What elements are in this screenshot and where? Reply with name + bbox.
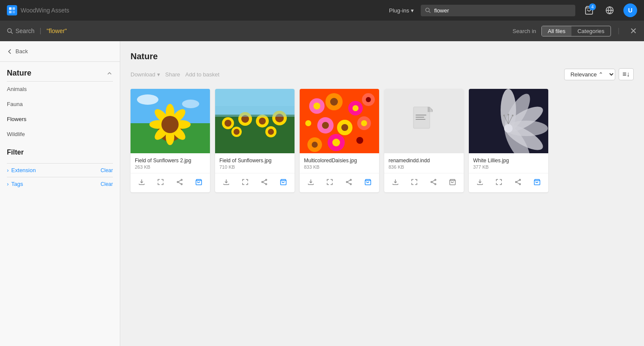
svg-point-104 (507, 114, 509, 115)
file-actions (131, 173, 210, 192)
chevron-up-icon (106, 70, 113, 77)
svg-point-107 (519, 179, 520, 181)
share-file-button[interactable] (513, 177, 523, 189)
file-info: renamedindd.indd 836 KB (384, 153, 464, 170)
file-info: Field of Sunflowers 2.jpg 263 KB (131, 153, 210, 170)
share-file-button[interactable] (175, 177, 185, 189)
svg-rect-3 (12, 11, 15, 13)
svg-point-74 (356, 137, 363, 144)
thumb-image (131, 89, 210, 153)
filter-extension: › Extension Clear (7, 163, 113, 177)
expand-file-button[interactable] (409, 177, 419, 189)
content-area: Nature Download ▾ Share Add to basket Re… (120, 41, 644, 346)
svg-point-34 (225, 120, 231, 127)
top-search-input[interactable] (434, 7, 571, 14)
close-button[interactable]: ✕ (630, 26, 637, 36)
basket-button[interactable]: 4 (582, 3, 596, 17)
svg-rect-86 (416, 119, 425, 120)
sidebar-section-title: Nature (0, 62, 120, 81)
sidebar-item-wildlife[interactable]: Wildlife (0, 127, 120, 142)
svg-point-77 (346, 182, 347, 183)
file-actions (215, 173, 295, 192)
download-file-button[interactable] (475, 177, 485, 189)
top-search-bar[interactable] (421, 5, 575, 16)
svg-point-56 (330, 98, 338, 106)
svg-line-5 (429, 11, 430, 12)
add-basket-button[interactable] (363, 177, 373, 189)
filter-extension-toggle[interactable]: › Extension (7, 167, 36, 173)
globe-button[interactable] (603, 3, 617, 17)
filter-section: Filter › Extension Clear › Tags Clear (0, 142, 120, 197)
globe-icon (605, 6, 614, 15)
svg-point-108 (519, 184, 520, 185)
file-size: 836 KB (389, 164, 459, 170)
svg-point-105 (512, 115, 513, 116)
file-grid: Field of Sunflowers 2.jpg 263 KB (131, 89, 634, 192)
expand-file-button[interactable] (325, 177, 335, 189)
share-file-button[interactable] (428, 177, 439, 189)
download-file-button[interactable] (390, 177, 401, 189)
thumb-image (300, 89, 379, 153)
svg-line-91 (432, 182, 434, 184)
filter-tags-toggle[interactable]: › Tags (7, 181, 23, 187)
svg-rect-45 (215, 106, 295, 117)
basket-count: 4 (589, 3, 596, 10)
sidebar-item-fauna[interactable]: Fauna (0, 97, 120, 112)
add-basket-button[interactable] (447, 177, 458, 189)
filter-tags-clear[interactable]: Clear (100, 181, 113, 187)
logo-text: WoodWing Assets (21, 7, 69, 14)
sort-select[interactable]: Relevance ⌃ (564, 69, 615, 80)
add-basket-button[interactable] (194, 177, 204, 189)
svg-point-100 (504, 124, 513, 133)
svg-point-109 (515, 182, 516, 183)
thumb-image (411, 106, 437, 136)
file-name: renamedindd.indd (389, 158, 459, 164)
file-info: MulticoloredDaisies.jpg 833 KB (300, 153, 379, 170)
toolbar: Download ▾ Share Add to basket Relevance… (131, 68, 634, 80)
file-info: White Lillies.jpg 377 KB (469, 153, 548, 170)
avatar[interactable]: U (623, 3, 637, 17)
add-basket-button[interactable] (278, 177, 289, 189)
svg-line-78 (347, 180, 350, 182)
download-file-button[interactable] (221, 177, 231, 189)
download-file-button[interactable] (137, 177, 147, 189)
svg-line-10 (11, 32, 13, 34)
svg-line-49 (263, 180, 265, 182)
share-button[interactable]: Share (165, 71, 180, 78)
thumb-image (215, 89, 295, 153)
all-files-button[interactable]: All files (542, 26, 571, 36)
file-actions (469, 173, 548, 192)
sort-controls: Relevance ⌃ ≡↓ (564, 68, 634, 80)
svg-rect-0 (9, 7, 12, 10)
back-button[interactable]: Back (0, 41, 120, 62)
expand-file-button[interactable] (155, 177, 166, 189)
add-basket-button[interactable] (532, 177, 542, 189)
expand-file-button[interactable] (240, 177, 250, 189)
plugins-button[interactable]: Plug-ins ▾ (389, 7, 414, 14)
add-to-basket-button[interactable]: Add to basket (185, 71, 220, 78)
share-file-button[interactable] (259, 177, 270, 189)
share-file-button[interactable] (344, 177, 354, 189)
svg-point-47 (265, 184, 267, 185)
file-thumbnail (131, 89, 210, 153)
svg-point-26 (181, 184, 182, 185)
file-size: 263 KB (135, 164, 206, 170)
download-file-button[interactable] (306, 177, 316, 189)
file-card: White Lillies.jpg 377 KB (469, 89, 548, 192)
filter-extension-clear[interactable]: Clear (100, 167, 113, 173)
search-secondary-icon (7, 28, 13, 34)
download-button[interactable]: Download ▾ (131, 71, 160, 78)
svg-point-58 (352, 105, 358, 111)
svg-point-87 (434, 179, 436, 181)
categories-button[interactable]: Categories (571, 26, 611, 36)
search-in-area: Search in All files Categories | ✕ (513, 26, 637, 36)
sidebar-item-flowers[interactable]: Flowers (0, 112, 120, 127)
sort-icon-button[interactable]: ≡↓ (619, 68, 634, 80)
search-in-label: Search in (513, 28, 536, 34)
sidebar-item-animals[interactable]: Animals (0, 82, 120, 97)
logo-icon (7, 5, 17, 15)
file-card: Field of Sunflowers 2.jpg 263 KB (131, 89, 210, 192)
svg-line-110 (516, 180, 519, 182)
back-arrow-icon (7, 49, 13, 55)
expand-file-button[interactable] (494, 177, 504, 189)
